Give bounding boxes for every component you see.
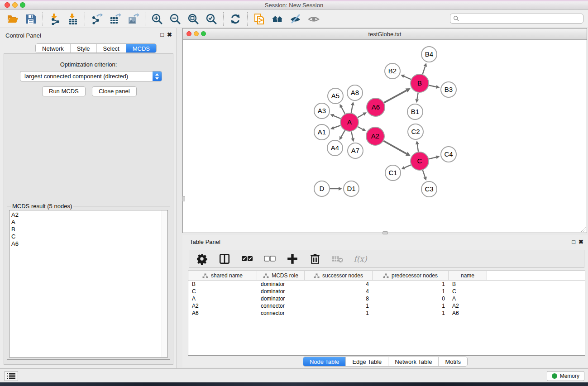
refresh-button[interactable] [226, 11, 244, 27]
table-row[interactable]: Cdominator41C [188, 288, 585, 295]
zoom-fit-button[interactable] [184, 11, 202, 27]
table-tab-motifs[interactable]: Motifs [439, 357, 467, 366]
cell-successor-nodes[interactable]: 4 [305, 288, 373, 295]
task-history-button[interactable] [5, 371, 18, 381]
edge-A-A4[interactable] [341, 130, 345, 137]
search-field[interactable] [450, 14, 583, 24]
cell-predecessor-nodes[interactable]: 1 [373, 288, 449, 295]
memory-button[interactable]: Memory [547, 371, 584, 381]
table-row[interactable]: Bdominator41B [188, 281, 585, 288]
export-image-button[interactable] [124, 11, 142, 27]
cell-successor-nodes[interactable]: 1 [305, 310, 373, 317]
edge-A-A5[interactable] [341, 107, 345, 114]
cell-name[interactable]: C [449, 288, 487, 295]
table-tab-edge-table[interactable]: Edge Table [346, 357, 388, 366]
edge-C-C2[interactable] [417, 144, 418, 152]
float-table-panel-icon[interactable]: □ [572, 238, 575, 245]
export-network-button[interactable] [88, 11, 106, 27]
close-table-panel-icon[interactable]: ✖ [578, 238, 583, 245]
cell-predecessor-nodes[interactable]: 0 [373, 295, 449, 302]
float-panel-icon[interactable]: □ [160, 31, 164, 38]
import-table-button[interactable] [64, 11, 82, 27]
select-all-button[interactable] [241, 251, 253, 267]
column-header-shared-name[interactable]: shared name [188, 271, 257, 280]
cell-shared-name[interactable]: A2 [188, 302, 257, 310]
tab-mcds[interactable]: MCDS [126, 44, 156, 52]
run-mcds-button[interactable]: Run MCDS [42, 86, 86, 96]
canvas-left-grip[interactable] [182, 196, 185, 201]
cell-successor-nodes[interactable]: 8 [305, 295, 373, 302]
edge-A-A1[interactable] [334, 125, 340, 128]
resize-grip-icon[interactable] [580, 226, 586, 232]
zoom-out-button[interactable] [166, 11, 184, 27]
cell-name[interactable]: A2 [449, 302, 487, 310]
edge-B-B4[interactable] [423, 67, 425, 74]
table-tab-network-table[interactable]: Network Table [388, 357, 439, 366]
edge-A-A3[interactable] [334, 116, 341, 119]
table-row[interactable]: A2connector11A2 [188, 302, 585, 310]
table-row[interactable]: Adominator80A [188, 295, 585, 302]
cell-successor-nodes[interactable]: 1 [305, 302, 373, 310]
cell-name[interactable]: B [449, 281, 487, 288]
mcds-result-item[interactable]: A [11, 219, 167, 226]
table-row[interactable]: A6connector11A6 [188, 310, 585, 317]
edge-A-A7[interactable] [351, 132, 353, 138]
tab-select[interactable]: Select [97, 44, 126, 52]
edge-A-A2[interactable] [358, 127, 363, 129]
network-from-clipboard-button[interactable] [250, 11, 268, 27]
cell-mcds-role[interactable]: connector [257, 310, 305, 317]
mcds-result-item[interactable]: A6 [11, 240, 167, 248]
table-tab-node-table[interactable]: Node Table [303, 357, 346, 366]
add-row-button[interactable] [286, 251, 299, 267]
cell-predecessor-nodes[interactable]: 1 [373, 281, 449, 288]
column-header-name[interactable]: name [449, 271, 487, 280]
mcds-result-item[interactable]: C [11, 233, 167, 240]
edge-A6-B[interactable] [384, 91, 406, 103]
function-builder-button[interactable]: f(x) [354, 251, 367, 267]
edge-C-C4[interactable] [429, 157, 436, 159]
network-canvas[interactable]: B4B2BB3B1A5A8A6A3AA1A2C2A4A7C4CC1C3DD1 [183, 40, 587, 233]
import-network-button[interactable] [46, 11, 64, 27]
edge-A-A6[interactable] [358, 114, 363, 117]
cell-mcds-role[interactable]: dominator [257, 295, 305, 302]
mcds-result-item[interactable]: A2 [11, 211, 167, 219]
edge-B-B1[interactable] [417, 93, 418, 100]
delete-row-button[interactable] [309, 251, 321, 267]
cell-shared-name[interactable]: C [188, 288, 257, 295]
tab-style[interactable]: Style [71, 44, 97, 52]
cell-shared-name[interactable]: B [188, 281, 257, 288]
list-scrollbar[interactable] [162, 210, 167, 357]
hide-graphics-details-button[interactable] [287, 11, 305, 27]
edge-B-B3[interactable] [429, 85, 436, 87]
show-all-networks-button[interactable] [268, 11, 287, 27]
window-bottom-grip[interactable] [382, 231, 388, 234]
show-graphics-details-button[interactable] [305, 11, 323, 27]
search-input[interactable] [459, 15, 583, 22]
tab-network[interactable]: Network [36, 44, 71, 52]
optimization-criterion-dropdown[interactable]: largest connected component (directed) [20, 71, 162, 81]
table-settings-button[interactable] [196, 251, 208, 267]
cell-shared-name[interactable]: A [188, 295, 257, 302]
delete-table-button[interactable] [331, 251, 344, 267]
zoom-selected-button[interactable] [202, 11, 220, 27]
column-header-successor-nodes[interactable]: successor nodes [305, 271, 373, 280]
export-table-button[interactable] [106, 11, 124, 27]
close-panel-icon[interactable]: ✖ [167, 31, 172, 38]
cell-mcds-role[interactable]: connector [257, 302, 305, 310]
column-header-mcds-role[interactable]: MCDS role [257, 271, 305, 280]
cell-name[interactable]: A6 [449, 310, 487, 317]
deselect-all-button[interactable] [263, 251, 276, 267]
edge-A-A8[interactable] [351, 105, 353, 113]
close-panel-button[interactable]: Close panel [92, 86, 137, 96]
mcds-result-list[interactable]: A2ABCA6 [9, 210, 168, 357]
edge-C-C1[interactable] [405, 165, 411, 167]
network-window-titlebar[interactable]: testGlobe.txt [183, 29, 587, 40]
zoom-in-button[interactable] [148, 11, 166, 27]
cell-name[interactable]: A [449, 295, 487, 302]
open-file-button[interactable] [4, 11, 22, 27]
edge-B-B2[interactable] [404, 76, 411, 79]
mcds-result-item[interactable]: B [11, 226, 167, 233]
cell-mcds-role[interactable]: dominator [257, 281, 305, 288]
column-header-predecessor-nodes[interactable]: predecessor nodes [373, 271, 449, 280]
edge-C-C3[interactable] [423, 170, 425, 177]
